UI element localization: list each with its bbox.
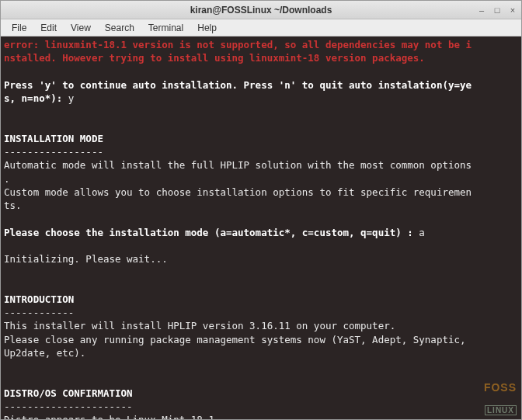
- close-icon[interactable]: ×: [507, 5, 518, 16]
- watermark: FOSS LINUX: [478, 360, 517, 415]
- status-line: Initializing. Please wait...: [4, 253, 168, 265]
- terminal-output[interactable]: error: linuxmint-18.1 version is not sup…: [1, 36, 521, 419]
- rule: ------------: [4, 307, 74, 318]
- menu-edit[interactable]: Edit: [34, 21, 63, 35]
- menu-search[interactable]: Search: [99, 21, 141, 35]
- menu-help[interactable]: Help: [191, 21, 223, 35]
- watermark-linux: LINUX: [485, 405, 517, 415]
- watermark-foss: FOSS: [478, 382, 517, 393]
- mode-desc: ts.: [4, 200, 22, 211]
- window-title: kiran@FOSSLinux ~/Downloads: [190, 5, 332, 16]
- mode-desc: .: [4, 173, 10, 185]
- error-line: error: linuxmint-18.1 version is not sup…: [4, 39, 472, 50]
- menu-view[interactable]: View: [64, 21, 97, 35]
- user-input: y: [68, 92, 75, 104]
- minimize-icon[interactable]: –: [476, 5, 487, 16]
- rule: ----------------------: [4, 401, 133, 412]
- section-header: INSTALLATION MODE: [4, 133, 103, 144]
- distro-line: Distro appears to be Linux Mint 18.1.: [4, 414, 220, 419]
- intro-line: Up2date, etc).: [4, 347, 85, 359]
- window-controls: – □ ×: [476, 5, 518, 16]
- section-header: INTRODUCTION: [4, 293, 74, 305]
- prompt-mode: Please choose the installation mode (a=a…: [4, 227, 419, 238]
- menu-terminal[interactable]: Terminal: [142, 21, 190, 35]
- error-line: nstalled. However trying to install usin…: [4, 52, 425, 64]
- menu-file[interactable]: File: [5, 21, 33, 35]
- intro-line: This installer will install HPLIP versio…: [4, 320, 395, 331]
- maximize-icon[interactable]: □: [492, 5, 503, 16]
- intro-line: Please close any running package managem…: [4, 334, 472, 345]
- section-header: DISTRO/OS CONFIRMATION: [4, 387, 133, 399]
- titlebar: kiran@FOSSLinux ~/Downloads – □ ×: [1, 1, 521, 19]
- mode-desc: Automatic mode will install the full HPL…: [4, 159, 472, 171]
- mode-desc: Custom mode allows you to choose install…: [4, 186, 472, 198]
- rule: -----------------: [4, 146, 103, 158]
- menubar: File Edit View Search Terminal Help: [1, 19, 521, 36]
- prompt-continue: Press 'y' to continue auto installation.…: [4, 79, 472, 91]
- user-input: a: [419, 227, 425, 238]
- prompt-continue: s, n=no*):: [4, 92, 68, 104]
